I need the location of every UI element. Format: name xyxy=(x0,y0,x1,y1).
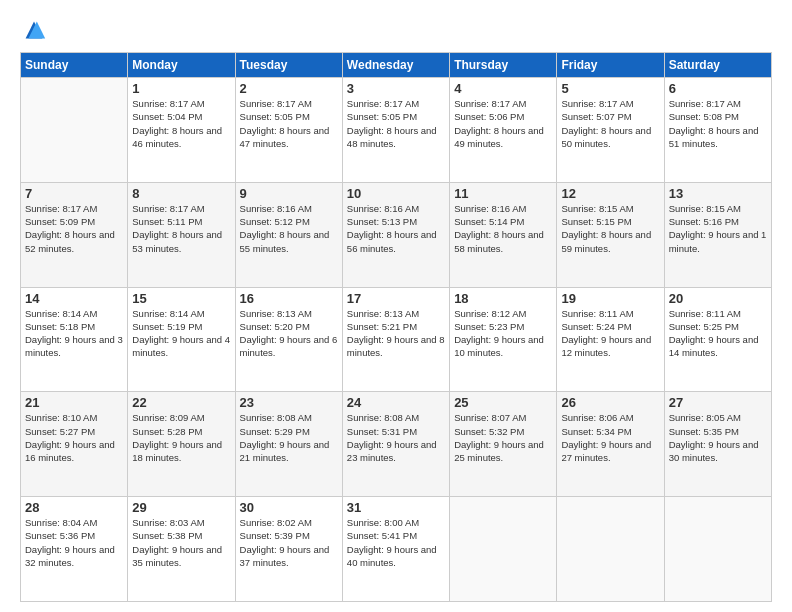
day-number: 24 xyxy=(347,395,445,410)
day-number: 26 xyxy=(561,395,659,410)
day-number: 27 xyxy=(669,395,767,410)
day-cell: 18Sunrise: 8:12 AMSunset: 5:23 PMDayligh… xyxy=(450,287,557,392)
day-number: 7 xyxy=(25,186,123,201)
day-cell: 15Sunrise: 8:14 AMSunset: 5:19 PMDayligh… xyxy=(128,287,235,392)
day-info: Sunrise: 8:11 AMSunset: 5:24 PMDaylight:… xyxy=(561,307,659,360)
col-header-monday: Monday xyxy=(128,53,235,78)
day-cell: 1Sunrise: 8:17 AMSunset: 5:04 PMDaylight… xyxy=(128,78,235,183)
header xyxy=(20,16,772,44)
day-cell: 29Sunrise: 8:03 AMSunset: 5:38 PMDayligh… xyxy=(128,497,235,602)
day-number: 10 xyxy=(347,186,445,201)
day-info: Sunrise: 8:17 AMSunset: 5:04 PMDaylight:… xyxy=(132,97,230,150)
day-cell: 21Sunrise: 8:10 AMSunset: 5:27 PMDayligh… xyxy=(21,392,128,497)
day-info: Sunrise: 8:08 AMSunset: 5:31 PMDaylight:… xyxy=(347,411,445,464)
day-cell: 20Sunrise: 8:11 AMSunset: 5:25 PMDayligh… xyxy=(664,287,771,392)
calendar-header-row: SundayMondayTuesdayWednesdayThursdayFrid… xyxy=(21,53,772,78)
day-number: 17 xyxy=(347,291,445,306)
page: SundayMondayTuesdayWednesdayThursdayFrid… xyxy=(0,0,792,612)
day-info: Sunrise: 8:16 AMSunset: 5:13 PMDaylight:… xyxy=(347,202,445,255)
day-info: Sunrise: 8:14 AMSunset: 5:19 PMDaylight:… xyxy=(132,307,230,360)
day-number: 3 xyxy=(347,81,445,96)
day-cell: 24Sunrise: 8:08 AMSunset: 5:31 PMDayligh… xyxy=(342,392,449,497)
day-info: Sunrise: 8:17 AMSunset: 5:05 PMDaylight:… xyxy=(240,97,338,150)
col-header-thursday: Thursday xyxy=(450,53,557,78)
day-info: Sunrise: 8:17 AMSunset: 5:11 PMDaylight:… xyxy=(132,202,230,255)
col-header-wednesday: Wednesday xyxy=(342,53,449,78)
day-info: Sunrise: 8:16 AMSunset: 5:14 PMDaylight:… xyxy=(454,202,552,255)
day-number: 20 xyxy=(669,291,767,306)
day-cell: 9Sunrise: 8:16 AMSunset: 5:12 PMDaylight… xyxy=(235,182,342,287)
day-number: 6 xyxy=(669,81,767,96)
day-number: 16 xyxy=(240,291,338,306)
day-cell: 25Sunrise: 8:07 AMSunset: 5:32 PMDayligh… xyxy=(450,392,557,497)
day-number: 9 xyxy=(240,186,338,201)
week-row-2: 14Sunrise: 8:14 AMSunset: 5:18 PMDayligh… xyxy=(21,287,772,392)
day-number: 14 xyxy=(25,291,123,306)
day-number: 30 xyxy=(240,500,338,515)
day-info: Sunrise: 8:08 AMSunset: 5:29 PMDaylight:… xyxy=(240,411,338,464)
day-info: Sunrise: 8:17 AMSunset: 5:07 PMDaylight:… xyxy=(561,97,659,150)
week-row-1: 7Sunrise: 8:17 AMSunset: 5:09 PMDaylight… xyxy=(21,182,772,287)
day-cell: 6Sunrise: 8:17 AMSunset: 5:08 PMDaylight… xyxy=(664,78,771,183)
day-number: 19 xyxy=(561,291,659,306)
day-number: 12 xyxy=(561,186,659,201)
day-number: 21 xyxy=(25,395,123,410)
day-info: Sunrise: 8:13 AMSunset: 5:21 PMDaylight:… xyxy=(347,307,445,360)
day-cell xyxy=(557,497,664,602)
day-info: Sunrise: 8:11 AMSunset: 5:25 PMDaylight:… xyxy=(669,307,767,360)
day-cell: 27Sunrise: 8:05 AMSunset: 5:35 PMDayligh… xyxy=(664,392,771,497)
day-cell: 5Sunrise: 8:17 AMSunset: 5:07 PMDaylight… xyxy=(557,78,664,183)
day-cell: 7Sunrise: 8:17 AMSunset: 5:09 PMDaylight… xyxy=(21,182,128,287)
day-info: Sunrise: 8:12 AMSunset: 5:23 PMDaylight:… xyxy=(454,307,552,360)
day-number: 15 xyxy=(132,291,230,306)
day-number: 29 xyxy=(132,500,230,515)
day-info: Sunrise: 8:17 AMSunset: 5:09 PMDaylight:… xyxy=(25,202,123,255)
day-info: Sunrise: 8:17 AMSunset: 5:08 PMDaylight:… xyxy=(669,97,767,150)
day-cell: 13Sunrise: 8:15 AMSunset: 5:16 PMDayligh… xyxy=(664,182,771,287)
week-row-0: 1Sunrise: 8:17 AMSunset: 5:04 PMDaylight… xyxy=(21,78,772,183)
week-row-4: 28Sunrise: 8:04 AMSunset: 5:36 PMDayligh… xyxy=(21,497,772,602)
day-number: 18 xyxy=(454,291,552,306)
day-number: 28 xyxy=(25,500,123,515)
day-number: 5 xyxy=(561,81,659,96)
day-cell: 31Sunrise: 8:00 AMSunset: 5:41 PMDayligh… xyxy=(342,497,449,602)
day-info: Sunrise: 8:17 AMSunset: 5:05 PMDaylight:… xyxy=(347,97,445,150)
day-cell: 11Sunrise: 8:16 AMSunset: 5:14 PMDayligh… xyxy=(450,182,557,287)
day-cell xyxy=(450,497,557,602)
day-cell: 8Sunrise: 8:17 AMSunset: 5:11 PMDaylight… xyxy=(128,182,235,287)
col-header-friday: Friday xyxy=(557,53,664,78)
day-cell: 30Sunrise: 8:02 AMSunset: 5:39 PMDayligh… xyxy=(235,497,342,602)
day-number: 31 xyxy=(347,500,445,515)
day-info: Sunrise: 8:09 AMSunset: 5:28 PMDaylight:… xyxy=(132,411,230,464)
day-info: Sunrise: 8:05 AMSunset: 5:35 PMDaylight:… xyxy=(669,411,767,464)
day-cell: 10Sunrise: 8:16 AMSunset: 5:13 PMDayligh… xyxy=(342,182,449,287)
day-number: 1 xyxy=(132,81,230,96)
day-cell: 26Sunrise: 8:06 AMSunset: 5:34 PMDayligh… xyxy=(557,392,664,497)
day-info: Sunrise: 8:07 AMSunset: 5:32 PMDaylight:… xyxy=(454,411,552,464)
day-cell: 4Sunrise: 8:17 AMSunset: 5:06 PMDaylight… xyxy=(450,78,557,183)
day-info: Sunrise: 8:14 AMSunset: 5:18 PMDaylight:… xyxy=(25,307,123,360)
week-row-3: 21Sunrise: 8:10 AMSunset: 5:27 PMDayligh… xyxy=(21,392,772,497)
day-info: Sunrise: 8:17 AMSunset: 5:06 PMDaylight:… xyxy=(454,97,552,150)
logo-icon xyxy=(20,16,48,44)
day-info: Sunrise: 8:04 AMSunset: 5:36 PMDaylight:… xyxy=(25,516,123,569)
day-info: Sunrise: 8:02 AMSunset: 5:39 PMDaylight:… xyxy=(240,516,338,569)
day-info: Sunrise: 8:16 AMSunset: 5:12 PMDaylight:… xyxy=(240,202,338,255)
day-cell: 12Sunrise: 8:15 AMSunset: 5:15 PMDayligh… xyxy=(557,182,664,287)
day-number: 4 xyxy=(454,81,552,96)
day-cell: 19Sunrise: 8:11 AMSunset: 5:24 PMDayligh… xyxy=(557,287,664,392)
day-info: Sunrise: 8:15 AMSunset: 5:16 PMDaylight:… xyxy=(669,202,767,255)
day-info: Sunrise: 8:10 AMSunset: 5:27 PMDaylight:… xyxy=(25,411,123,464)
day-cell: 22Sunrise: 8:09 AMSunset: 5:28 PMDayligh… xyxy=(128,392,235,497)
day-cell: 14Sunrise: 8:14 AMSunset: 5:18 PMDayligh… xyxy=(21,287,128,392)
day-number: 13 xyxy=(669,186,767,201)
day-cell xyxy=(664,497,771,602)
logo xyxy=(20,16,52,44)
day-info: Sunrise: 8:03 AMSunset: 5:38 PMDaylight:… xyxy=(132,516,230,569)
col-header-tuesday: Tuesday xyxy=(235,53,342,78)
day-cell: 23Sunrise: 8:08 AMSunset: 5:29 PMDayligh… xyxy=(235,392,342,497)
day-number: 8 xyxy=(132,186,230,201)
day-info: Sunrise: 8:15 AMSunset: 5:15 PMDaylight:… xyxy=(561,202,659,255)
day-number: 2 xyxy=(240,81,338,96)
day-cell xyxy=(21,78,128,183)
